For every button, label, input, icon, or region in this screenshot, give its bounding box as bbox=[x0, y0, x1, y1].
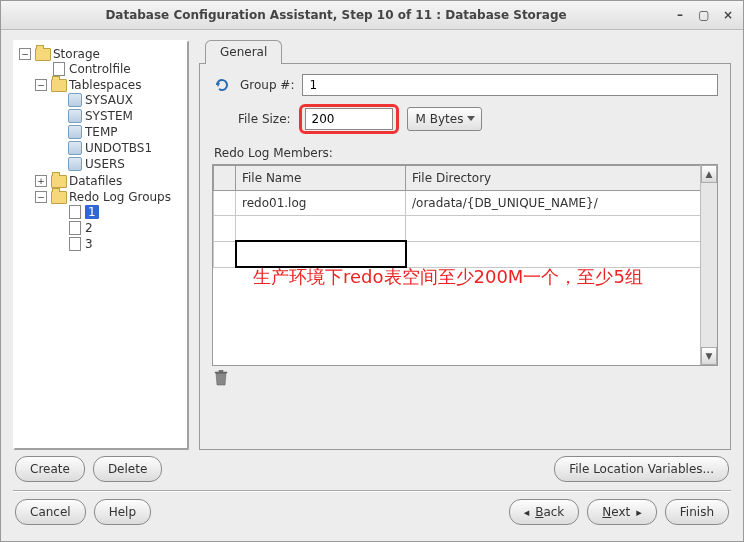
annotation-text: 生产环境下redo表空间至少200M一个，至少5组 bbox=[253, 265, 687, 289]
filesize-input[interactable] bbox=[305, 108, 393, 130]
tab-general[interactable]: General bbox=[205, 40, 282, 64]
table-row[interactable]: redo01.log /oradata/{DB_UNIQUE_NAME}/ bbox=[214, 191, 717, 216]
help-button[interactable]: Help bbox=[94, 499, 151, 525]
tree-label: Storage bbox=[53, 47, 100, 61]
tree-label: UNDOTBS1 bbox=[85, 141, 152, 155]
trash-icon[interactable] bbox=[214, 370, 228, 386]
tree-node-undotbs1[interactable]: UNDOTBS1 bbox=[51, 141, 185, 155]
scroll-down-button[interactable]: ▼ bbox=[701, 347, 717, 365]
window-title: Database Configuration Assistant, Step 1… bbox=[7, 8, 665, 22]
redo-members-table[interactable]: File Name File Directory redo01.log /ora… bbox=[212, 164, 718, 366]
separator bbox=[13, 490, 731, 491]
redolog-icon bbox=[67, 237, 83, 251]
create-button[interactable]: Create bbox=[15, 456, 85, 482]
tree-node-redo-1[interactable]: 1 bbox=[51, 205, 185, 219]
filesize-unit-value: M Bytes bbox=[416, 112, 464, 126]
tablespace-icon bbox=[67, 141, 83, 155]
members-label: Redo Log Members: bbox=[214, 146, 718, 160]
tree-label: 1 bbox=[85, 205, 99, 219]
tree-label: Tablespaces bbox=[69, 78, 142, 92]
vertical-scrollbar[interactable]: ▲ ▼ bbox=[700, 165, 717, 365]
tree-label: Controlfile bbox=[69, 62, 131, 76]
tree-label: 2 bbox=[85, 221, 93, 235]
col-filedir[interactable]: File Directory bbox=[406, 166, 717, 191]
tree-node-temp[interactable]: TEMP bbox=[51, 125, 185, 139]
next-rest: ext bbox=[611, 505, 630, 519]
back-rest: ack bbox=[543, 505, 564, 519]
cell-filename[interactable]: redo01.log bbox=[236, 191, 406, 216]
tree-label: USERS bbox=[85, 157, 125, 171]
next-button[interactable]: Next▸ bbox=[587, 499, 657, 525]
group-number-input[interactable] bbox=[302, 74, 718, 96]
finish-button[interactable]: Finish bbox=[665, 499, 729, 525]
table-row[interactable] bbox=[214, 241, 717, 267]
tree-label: SYSAUX bbox=[85, 93, 133, 107]
filesize-row: File Size: M Bytes bbox=[212, 104, 718, 134]
refresh-icon[interactable] bbox=[212, 77, 232, 93]
tree-label: SYSTEM bbox=[85, 109, 133, 123]
tree-node-datafiles[interactable]: + Datafiles bbox=[35, 174, 185, 188]
close-button[interactable]: × bbox=[719, 6, 737, 24]
storage-tree: − Storage Controlfile bbox=[17, 46, 185, 254]
tablespace-icon bbox=[67, 93, 83, 107]
cell-filename[interactable] bbox=[236, 216, 406, 242]
next-mnemonic: N bbox=[602, 505, 611, 519]
tree-label: 3 bbox=[85, 237, 93, 251]
tree-node-sysaux[interactable]: SYSAUX bbox=[51, 93, 185, 107]
tree-node-redo-2[interactable]: 2 bbox=[51, 221, 185, 235]
filesize-label: File Size: bbox=[238, 112, 291, 126]
folder-icon bbox=[35, 47, 51, 61]
doc-icon bbox=[51, 62, 67, 76]
filesize-highlight bbox=[299, 104, 399, 134]
chevron-right-icon: ▸ bbox=[636, 506, 642, 519]
chevron-left-icon: ◂ bbox=[524, 506, 530, 519]
filesize-unit-select[interactable]: M Bytes bbox=[407, 107, 483, 131]
window: Database Configuration Assistant, Step 1… bbox=[0, 0, 744, 542]
tree-node-tablespaces[interactable]: − Tablespaces bbox=[35, 78, 185, 92]
tablespace-icon bbox=[67, 109, 83, 123]
tree-label: TEMP bbox=[85, 125, 118, 139]
tab-label: General bbox=[220, 45, 267, 59]
minimize-button[interactable]: – bbox=[671, 6, 689, 24]
delete-button[interactable]: Delete bbox=[93, 456, 162, 482]
cell-filedir[interactable] bbox=[406, 241, 717, 267]
back-button[interactable]: ◂Back bbox=[509, 499, 580, 525]
cancel-button[interactable]: Cancel bbox=[15, 499, 86, 525]
tree-node-redo-3[interactable]: 3 bbox=[51, 237, 185, 251]
collapse-icon[interactable]: − bbox=[35, 191, 47, 203]
tree-label: Redo Log Groups bbox=[69, 190, 171, 204]
tab-body: Group #: File Size: M Bytes Redo Log Mem… bbox=[199, 64, 731, 450]
redolog-icon bbox=[67, 205, 83, 219]
maximize-button[interactable]: ▢ bbox=[695, 6, 713, 24]
mid-button-row: Create Delete File Location Variables... bbox=[13, 450, 731, 488]
tree-node-storage[interactable]: − Storage bbox=[19, 47, 185, 61]
collapse-icon[interactable]: − bbox=[35, 79, 47, 91]
panes: − Storage Controlfile bbox=[13, 40, 731, 450]
trash-row bbox=[212, 366, 718, 386]
redolog-icon bbox=[67, 221, 83, 235]
cell-filename[interactable] bbox=[236, 241, 406, 267]
cell-filedir[interactable] bbox=[406, 216, 717, 242]
tree-node-controlfile[interactable]: Controlfile bbox=[35, 62, 185, 76]
content-area: − Storage Controlfile bbox=[1, 30, 743, 541]
cell-filedir[interactable]: /oradata/{DB_UNIQUE_NAME}/ bbox=[406, 191, 717, 216]
collapse-icon[interactable]: − bbox=[19, 48, 31, 60]
detail-pane: General Group #: File Size: bbox=[199, 40, 731, 450]
group-row: Group #: bbox=[212, 74, 718, 96]
group-label: Group #: bbox=[240, 78, 294, 92]
scroll-up-button[interactable]: ▲ bbox=[701, 165, 717, 183]
tree-node-system[interactable]: SYSTEM bbox=[51, 109, 185, 123]
table-row[interactable] bbox=[214, 216, 717, 242]
col-filename[interactable]: File Name bbox=[236, 166, 406, 191]
tablespace-icon bbox=[67, 157, 83, 171]
folder-icon bbox=[51, 78, 67, 92]
titlebar: Database Configuration Assistant, Step 1… bbox=[1, 1, 743, 30]
wizard-footer: Cancel Help ◂Back Next▸ Finish bbox=[13, 499, 731, 535]
tree-pane[interactable]: − Storage Controlfile bbox=[13, 40, 189, 450]
folder-icon bbox=[51, 174, 67, 188]
file-location-variables-button[interactable]: File Location Variables... bbox=[554, 456, 729, 482]
tree-node-redogroups[interactable]: − Redo Log Groups bbox=[35, 190, 185, 204]
tree-label: Datafiles bbox=[69, 174, 122, 188]
expand-icon[interactable]: + bbox=[35, 175, 47, 187]
tree-node-users[interactable]: USERS bbox=[51, 157, 185, 171]
